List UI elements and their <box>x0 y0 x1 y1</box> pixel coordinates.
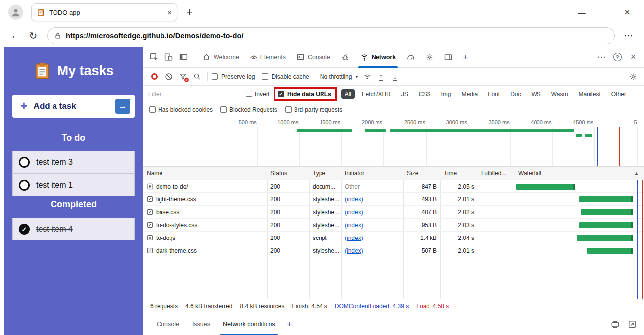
request-size: 407 B <box>403 209 440 216</box>
feedback-icon[interactable] <box>611 320 620 329</box>
request-row[interactable]: dark-theme.css 200 styleshe... (index) 5… <box>143 244 644 257</box>
devtools-more-icon[interactable]: ⋯ <box>594 50 609 65</box>
device-emulation-icon[interactable] <box>161 50 176 65</box>
browser-menu-icon[interactable]: ⋯ <box>620 30 638 41</box>
domcontentloaded-marker-line <box>597 127 598 166</box>
hide-data-urls-checkbox[interactable]: ✓ <box>278 91 284 97</box>
add-task-button[interactable]: + Add a task → <box>12 95 135 118</box>
more-tabs-button[interactable]: + <box>458 50 473 65</box>
focus-panel-icon[interactable] <box>176 50 191 65</box>
filter-type-fetch-xhr[interactable]: Fetch/XHR <box>358 89 394 99</box>
filter-icon[interactable]: × <box>176 70 189 83</box>
drawer-tab-network-conditions[interactable]: Network conditions <box>216 313 282 335</box>
column-header-fulfilled[interactable]: Fulfilled... <box>478 170 515 177</box>
request-row[interactable]: to-do-styles.css 200 styleshe... (index)… <box>143 219 644 232</box>
initiator-link[interactable]: (index) <box>345 196 363 203</box>
profile-avatar[interactable] <box>8 5 23 20</box>
tab-layout[interactable] <box>439 47 458 68</box>
timeline-gridline <box>299 127 300 166</box>
network-summary-bar: 6 requests 4.6 kB transferred 8.4 kB res… <box>143 299 644 313</box>
network-settings-icon[interactable] <box>627 70 640 83</box>
refresh-button[interactable]: ↻ <box>24 27 42 45</box>
todo-checkbox[interactable] <box>19 157 30 168</box>
column-header-type[interactable]: Type <box>309 170 341 177</box>
initiator-link[interactable]: (index) <box>345 222 363 229</box>
browser-tab[interactable]: TODO app × <box>31 3 177 21</box>
devtools-close-icon[interactable]: × <box>626 50 641 65</box>
filter-type-doc[interactable]: Doc <box>507 89 524 99</box>
export-har-icon[interactable]: ↑ <box>375 70 387 83</box>
column-header-size[interactable]: Size <box>403 170 440 177</box>
timeline-gridline <box>383 127 384 166</box>
initiator-link[interactable]: (index) <box>345 247 363 254</box>
import-har-icon[interactable]: ↓ <box>388 70 401 83</box>
request-row[interactable]: demo-to-do/ 200 docum... Other 847 B 2.0… <box>143 180 644 193</box>
new-tab-button[interactable]: + <box>186 6 193 19</box>
todo-checkbox[interactable] <box>19 180 30 191</box>
column-header-name[interactable]: Name <box>143 170 267 177</box>
clear-network-log-icon[interactable] <box>162 70 175 83</box>
tab-close-icon[interactable]: × <box>167 8 172 17</box>
filter-type-other[interactable]: Other <box>608 89 630 99</box>
filter-type-img[interactable]: Img <box>437 89 454 99</box>
drawer-add-tab-button[interactable]: + <box>287 319 292 330</box>
search-icon[interactable] <box>190 70 203 83</box>
disable-cache-checkbox[interactable] <box>262 73 268 80</box>
preserve-log-checkbox[interactable] <box>212 73 218 80</box>
inspect-element-icon[interactable] <box>146 50 161 65</box>
expand-drawer-icon[interactable] <box>628 320 637 329</box>
network-overview-timeline[interactable]: 500 ms 1000 ms 1500 ms 2000 ms 2500 ms 3… <box>143 117 644 167</box>
request-type: styleshe... <box>309 209 341 216</box>
tab-console[interactable]: Console <box>291 47 336 68</box>
blocked-requests-checkbox[interactable] <box>220 106 227 113</box>
third-party-requests-checkbox[interactable] <box>285 106 292 113</box>
throttling-dropdown[interactable]: No throttling ▾ <box>316 73 360 80</box>
tab-sources-debugger[interactable] <box>336 47 355 68</box>
address-bar[interactable]: https://microsoftedge.github.io/Demos/de… <box>47 27 615 44</box>
maximize-button[interactable] <box>593 2 616 23</box>
todo-item[interactable]: test item 1 <box>12 174 135 196</box>
invert-checkbox[interactable] <box>246 91 252 97</box>
request-name: demo-to-do/ <box>156 183 188 190</box>
record-network-log-button[interactable] <box>151 73 158 80</box>
column-header-time[interactable]: Time <box>440 170 478 177</box>
initiator-link[interactable]: (index) <box>345 235 363 241</box>
has-blocked-cookies-checkbox[interactable] <box>149 106 156 113</box>
tab-application[interactable] <box>420 47 439 68</box>
request-row[interactable]: base.css 200 styleshe... (index) 407 B 2… <box>143 206 644 219</box>
tab-welcome[interactable]: Welcome <box>197 47 245 68</box>
filter-type-all[interactable]: All <box>341 89 355 99</box>
overview-activity-bar <box>297 129 352 132</box>
help-icon[interactable]: ? <box>610 50 625 65</box>
tab-performance[interactable] <box>401 47 420 68</box>
filter-type-js[interactable]: JS <box>398 89 412 99</box>
column-header-initiator[interactable]: Initiator <box>341 170 403 177</box>
tab-elements[interactable]: </> Elements <box>245 47 291 68</box>
column-header-status[interactable]: Status <box>267 170 309 177</box>
filter-type-font[interactable]: Font <box>484 89 503 99</box>
drawer-tab-console[interactable]: Console <box>150 313 186 335</box>
completed-checkbox[interactable]: ✓ <box>19 224 30 235</box>
submit-task-button[interactable]: → <box>115 99 130 114</box>
back-button[interactable]: ← <box>6 27 24 45</box>
network-conditions-icon[interactable] <box>361 70 374 83</box>
column-header-waterfall[interactable]: Waterfall ▲ <box>515 170 644 177</box>
minimize-button[interactable]: — <box>570 2 593 23</box>
window-close-button[interactable]: × <box>616 2 639 23</box>
filter-type-wasm[interactable]: Wasm <box>548 89 572 99</box>
request-size: 1.4 kB <box>403 235 440 241</box>
filter-type-css[interactable]: CSS <box>415 89 434 99</box>
completed-item[interactable]: ✓ test item 4 <box>12 218 135 240</box>
invert-filter-group: Invert <box>246 91 269 97</box>
initiator-link[interactable]: (index) <box>345 209 363 216</box>
request-row[interactable]: to-do.js 200 script (index) 1.4 kB 2.04 … <box>143 232 644 244</box>
request-row[interactable]: light-theme.css 200 styleshe... (index) … <box>143 193 644 206</box>
filter-input[interactable] <box>148 91 232 97</box>
filter-type-ws[interactable]: WS <box>528 89 544 99</box>
filter-type-media[interactable]: Media <box>458 89 481 99</box>
filter-type-manifest[interactable]: Manifest <box>575 89 604 99</box>
drawer-tab-issues[interactable]: Issues <box>186 313 216 335</box>
tab-network[interactable]: Network <box>355 47 401 68</box>
todo-item[interactable]: test item 3 <box>12 151 135 174</box>
has-blocked-cookies-label: Has blocked cookies <box>158 106 213 113</box>
